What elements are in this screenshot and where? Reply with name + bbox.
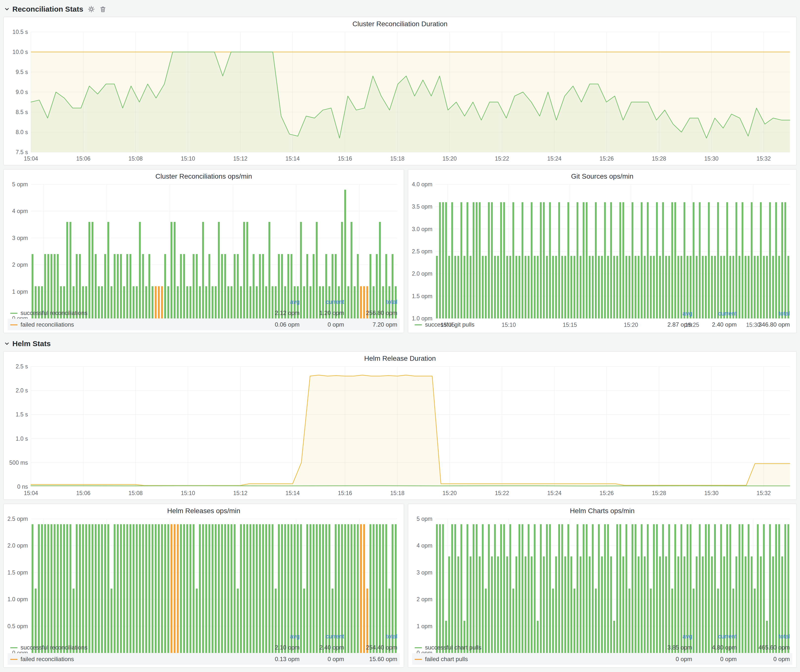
panel-title[interactable]: Cluster Reconciliations ops/min — [6, 173, 401, 180]
legend-row: successful git pulls2.87 opm2.40 opm346.… — [412, 319, 792, 330]
section-title[interactable]: Reconciliation Stats — [12, 5, 83, 13]
svg-text:1.5 opm: 1.5 opm — [7, 569, 28, 576]
legend-sort-header[interactable]: avg — [255, 633, 299, 640]
legend-current-value: 4.80 opm — [692, 644, 737, 651]
chevron-down-icon[interactable] — [4, 6, 10, 12]
panel-title[interactable]: Helm Releases ops/min — [6, 507, 401, 515]
legend-total-value: 7.20 opm — [344, 321, 397, 328]
legend-total-value: 0 opm — [737, 656, 790, 662]
svg-text:15:08: 15:08 — [128, 490, 143, 496]
svg-text:5 opm: 5 opm — [12, 181, 28, 187]
legend-row: successful chart pulls3.85 opm4.80 opm46… — [412, 642, 792, 653]
legend-sort-header[interactable]: current — [299, 633, 344, 640]
section-header-reconciliation-stats[interactable]: Reconciliation Stats — [4, 4, 797, 14]
legend: avgcurrenttotalsuccessful reconciliation… — [6, 631, 401, 666]
panel-git-sources-opm: Git Sources ops/min 1.0 opm1.5 opm2.0 op… — [408, 169, 797, 333]
svg-text:15:32: 15:32 — [757, 490, 771, 496]
svg-text:3 opm: 3 opm — [12, 235, 28, 241]
git-sources-opm-chart[interactable]: 1.0 opm1.5 opm2.0 opm2.5 opm3.0 opm3.5 o… — [411, 181, 794, 308]
svg-text:15:30: 15:30 — [704, 490, 718, 496]
legend-series-name[interactable]: failed reconciliations — [10, 321, 255, 328]
svg-text:15:26: 15:26 — [600, 155, 614, 162]
series-color-swatch — [10, 647, 18, 648]
helm-charts-opm-chart[interactable]: 0 opm1 opm2 opm3 opm4 opm5 opm15:0515:10… — [411, 515, 794, 631]
series-color-swatch — [414, 324, 422, 325]
legend-avg-value: 0 opm — [648, 656, 692, 662]
svg-text:2.0 s: 2.0 s — [16, 387, 28, 394]
svg-text:15:08: 15:08 — [128, 155, 143, 162]
panel-helm-charts-opm: Helm Charts ops/min 0 opm1 opm2 opm3 opm… — [408, 504, 797, 667]
svg-text:15:20: 15:20 — [443, 155, 457, 162]
legend-series-name[interactable]: successful chart pulls — [414, 644, 648, 651]
series-color-swatch — [414, 647, 422, 648]
legend-sort-header[interactable]: total — [737, 633, 790, 640]
section-title[interactable]: Helm Stats — [12, 339, 51, 348]
legend-series-name[interactable]: successful reconciliations — [10, 310, 255, 317]
legend-series-name[interactable]: successful reconciliations — [10, 644, 255, 651]
svg-text:15:22: 15:22 — [495, 155, 509, 162]
svg-text:15:06: 15:06 — [76, 155, 91, 162]
svg-text:15:12: 15:12 — [233, 490, 248, 496]
helm-releases-opm-chart[interactable]: 0 opm0.5 opm1.0 opm1.5 opm2.0 opm2.5 opm… — [6, 515, 401, 631]
panel-title[interactable]: Cluster Reconciliation Duration — [6, 20, 794, 28]
svg-text:15:10: 15:10 — [181, 490, 195, 496]
legend-series-name[interactable]: failed reconciliations — [10, 656, 255, 662]
gear-icon[interactable] — [87, 5, 95, 13]
svg-text:500 ms: 500 ms — [10, 459, 28, 466]
svg-text:1.0 opm: 1.0 opm — [7, 596, 28, 602]
legend-sort-header[interactable]: total — [737, 310, 790, 317]
series-color-swatch — [10, 324, 18, 325]
chevron-down-icon[interactable] — [4, 341, 10, 347]
svg-text:2.5 opm: 2.5 opm — [412, 248, 432, 254]
legend-sort-header[interactable]: total — [344, 298, 397, 305]
legend-sort-header[interactable]: total — [344, 633, 397, 640]
legend-sort-header[interactable]: current — [692, 633, 737, 640]
svg-text:15:28: 15:28 — [652, 155, 666, 162]
legend-avg-value: 2.10 opm — [255, 644, 299, 651]
legend-current-value: 2.40 opm — [692, 321, 737, 328]
legend-avg-value: 0.06 opm — [255, 321, 299, 328]
legend-avg-value: 0.13 opm — [255, 656, 299, 662]
svg-text:15:26: 15:26 — [600, 490, 614, 496]
svg-text:8.5 s: 8.5 s — [16, 109, 28, 115]
svg-text:15:18: 15:18 — [390, 490, 405, 496]
panel-cluster-reconciliation-duration: Cluster Reconciliation Duration 7.5 s8.0… — [3, 17, 797, 165]
svg-text:2 opm: 2 opm — [417, 596, 432, 602]
panel-title[interactable]: Helm Charts ops/min — [411, 507, 794, 515]
legend-series-name[interactable]: failed chart pulls — [414, 656, 648, 662]
legend-sort-header[interactable]: current — [692, 310, 737, 317]
legend-sort-header[interactable]: avg — [648, 633, 692, 640]
svg-text:15:14: 15:14 — [285, 155, 300, 162]
legend-series-name[interactable]: successful git pulls — [414, 321, 648, 328]
svg-text:15:24: 15:24 — [547, 155, 562, 162]
svg-text:2.5 s: 2.5 s — [16, 363, 28, 370]
svg-text:0 ns: 0 ns — [17, 483, 28, 490]
trash-icon[interactable] — [99, 5, 107, 13]
svg-text:2.0 opm: 2.0 opm — [7, 542, 28, 549]
svg-text:15:16: 15:16 — [338, 155, 352, 162]
panel-helm-releases-opm: Helm Releases ops/min 0 opm0.5 opm1.0 op… — [3, 504, 404, 667]
helm-release-duration-chart[interactable]: 0 ns500 ms1.0 s1.5 s2.0 s2.5 s15:0415:06… — [6, 363, 794, 499]
svg-text:15:12: 15:12 — [233, 155, 248, 162]
series-color-swatch — [10, 313, 18, 314]
panel-title[interactable]: Git Sources ops/min — [411, 173, 794, 180]
legend-sort-header[interactable]: avg — [648, 310, 692, 317]
cluster-reconciliation-duration-chart[interactable]: 7.5 s8.0 s8.5 s9.0 s9.5 s10.0 s10.5 s15:… — [6, 29, 794, 164]
legend-sort-header[interactable]: current — [299, 298, 344, 305]
svg-text:1 opm: 1 opm — [417, 623, 432, 629]
svg-text:15:14: 15:14 — [285, 490, 300, 496]
panel-helm-release-duration: Helm Release Duration 0 ns500 ms1.0 s1.5… — [3, 351, 797, 500]
svg-text:2.0 opm: 2.0 opm — [412, 270, 432, 277]
svg-text:15:04: 15:04 — [24, 490, 38, 496]
svg-text:15:18: 15:18 — [390, 155, 405, 162]
cluster-reconciliations-opm-chart[interactable]: 0 opm1 opm2 opm3 opm4 opm5 opm15:0515:10… — [6, 181, 401, 297]
legend-avg-value: 2.12 opm — [255, 310, 299, 317]
legend-row: failed chart pulls0 opm0 opm0 opm — [412, 653, 792, 665]
legend-avg-value: 3.85 opm — [648, 644, 692, 651]
svg-text:0.5 opm: 0.5 opm — [7, 623, 28, 629]
section-header-helm-stats[interactable]: Helm Stats — [4, 338, 797, 349]
legend-header-row: avgcurrenttotal — [8, 297, 400, 307]
panel-title[interactable]: Helm Release Duration — [6, 355, 794, 362]
legend-sort-header[interactable]: avg — [255, 298, 299, 305]
svg-text:15:06: 15:06 — [76, 490, 91, 496]
